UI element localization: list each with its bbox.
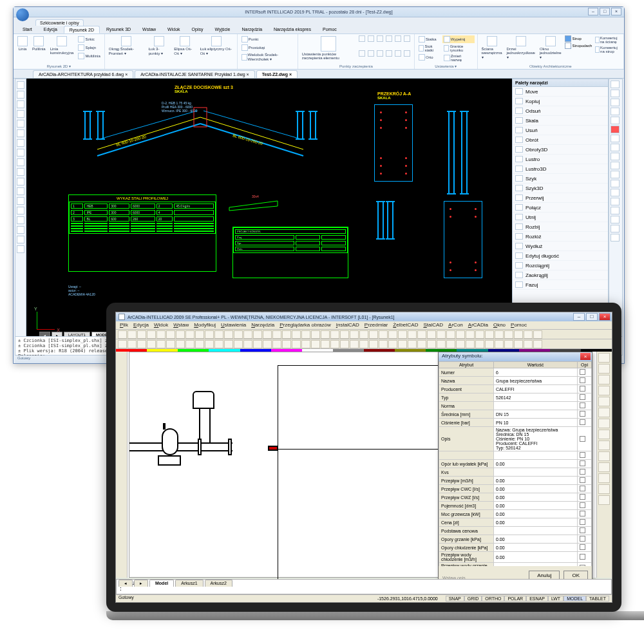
rectangle-button[interactable]: Prostokąt bbox=[240, 44, 295, 52]
toolbar-button[interactable] bbox=[456, 340, 465, 348]
palette-item[interactable]: Usuń bbox=[513, 126, 608, 135]
ribbon-tab[interactable]: Opisy bbox=[187, 26, 209, 33]
toolbar-button[interactable] bbox=[243, 330, 252, 339]
attribute-row[interactable]: Typ526142 bbox=[439, 393, 592, 402]
toolbar-button[interactable] bbox=[205, 340, 214, 348]
construction-line-button[interactable]: Linia konstrukcyjna bbox=[49, 35, 75, 63]
toolbar-button[interactable] bbox=[292, 330, 301, 339]
attribute-row[interactable]: Ciśnienie [bar]PN 10 bbox=[439, 419, 592, 427]
toolbar-button[interactable] bbox=[137, 330, 146, 339]
toolbar-button[interactable] bbox=[224, 330, 233, 339]
snap-settings-button[interactable]: Ustawienia punktów zaczepienia elementu bbox=[301, 35, 357, 64]
toolbar-button[interactable] bbox=[176, 340, 185, 348]
toolbar-button[interactable] bbox=[147, 330, 156, 339]
toolbar-button[interactable] bbox=[350, 330, 359, 339]
menu-item[interactable]: Modyfikuj bbox=[194, 322, 216, 328]
toolbar-button[interactable] bbox=[475, 340, 484, 348]
palette-item[interactable]: Wydłuż bbox=[513, 242, 608, 251]
tool-icon[interactable] bbox=[17, 81, 24, 89]
palette-item[interactable]: Lustro bbox=[513, 155, 608, 164]
palette-item[interactable]: Odsuń bbox=[513, 106, 608, 116]
toolbar-button[interactable] bbox=[340, 330, 349, 339]
menu-item[interactable]: Przeglądarka obrazów bbox=[279, 322, 331, 328]
attribute-row[interactable]: Opory grzanie [kPa]0.00 bbox=[439, 535, 592, 544]
toolbar-button[interactable] bbox=[398, 330, 407, 339]
menu-item[interactable]: Przedmiar bbox=[365, 322, 388, 328]
arc-button[interactable]: Łuk 3-punkty ▾ bbox=[147, 35, 171, 68]
toolbar-button[interactable] bbox=[524, 340, 533, 348]
ribbon-tab[interactable]: Pomoc bbox=[317, 26, 342, 33]
palette-item[interactable]: Move bbox=[513, 87, 608, 97]
ribbon-tab[interactable]: Rysunek 2D bbox=[64, 26, 100, 33]
status-toggle[interactable]: ORTHO bbox=[482, 596, 504, 601]
toolbar-button[interactable] bbox=[514, 340, 523, 348]
attribute-row[interactable]: Przepływ wody chłodzenie [m3/h]0.00 bbox=[439, 552, 592, 563]
toolbar-button[interactable] bbox=[330, 330, 339, 339]
menu-item[interactable]: ŻelbetCAD bbox=[393, 322, 418, 328]
status-toggle[interactable]: TABLET bbox=[586, 596, 609, 601]
toolbar-button[interactable] bbox=[137, 340, 146, 348]
menu-item[interactable]: Wstaw bbox=[173, 322, 189, 328]
toolbar-button[interactable] bbox=[369, 340, 378, 348]
arkusz2-tab[interactable]: Arkusz2 bbox=[205, 580, 232, 587]
minimize-button[interactable]: – bbox=[573, 313, 585, 321]
toolbar-button[interactable] bbox=[272, 340, 281, 348]
file-tab[interactable]: Test-Z2.dwg × bbox=[256, 70, 298, 78]
sketch-button[interactable]: Szkic bbox=[77, 35, 101, 43]
toolbar-button[interactable] bbox=[379, 330, 388, 339]
toolbar-button[interactable] bbox=[243, 340, 252, 348]
palette-item[interactable]: Lustro3D bbox=[513, 164, 608, 174]
elliptic-arc-button[interactable]: Łuk eliptyczny Oś-Oś ▾ bbox=[199, 35, 234, 68]
status-toggle[interactable]: GRID bbox=[464, 596, 482, 601]
minimize-button[interactable]: – bbox=[588, 8, 598, 15]
toolbar-button[interactable] bbox=[185, 340, 194, 348]
palette-item[interactable]: Szyk bbox=[513, 174, 608, 184]
toolbar-button[interactable] bbox=[301, 330, 310, 339]
ribbon-tab[interactable]: Wstaw bbox=[137, 26, 161, 33]
toolbar-button[interactable] bbox=[253, 330, 262, 339]
toolbar-button[interactable] bbox=[166, 340, 175, 348]
palette-item[interactable]: Rozłóż bbox=[513, 232, 608, 242]
attribute-row[interactable]: NazwaGrupa bezpieczeństwa bbox=[439, 377, 592, 385]
toolbar-button[interactable] bbox=[456, 330, 465, 339]
toolbar-button[interactable] bbox=[408, 330, 417, 339]
toolbar-button[interactable] bbox=[475, 330, 484, 339]
palette-item[interactable]: Kopiuj bbox=[513, 97, 608, 106]
toolbar-button[interactable] bbox=[485, 340, 494, 348]
palette-item[interactable]: Utnij bbox=[513, 213, 608, 222]
polygon-button[interactable]: Wielobok Środek-Wierzchołek ▾ bbox=[240, 52, 295, 62]
toolbar-button[interactable] bbox=[485, 330, 494, 339]
palette-item[interactable]: Obrót bbox=[513, 135, 608, 145]
ribbon-tab[interactable]: Narzędzia bbox=[237, 26, 268, 33]
toolbar-button[interactable] bbox=[282, 340, 291, 348]
attribute-row[interactable]: Numer6 bbox=[439, 368, 592, 377]
palette-item[interactable]: Zaokrąglij bbox=[513, 270, 608, 280]
attribute-row[interactable]: Średnica [mm]DN 15 bbox=[439, 410, 592, 419]
toolbar-button[interactable] bbox=[388, 340, 397, 348]
palette-item[interactable]: Połącz bbox=[513, 203, 608, 213]
close-button[interactable]: × bbox=[599, 313, 611, 321]
palette-item[interactable]: Przerwij bbox=[513, 193, 608, 203]
wall-button[interactable]: Ściana wewnętrzna ▾ bbox=[480, 35, 504, 64]
toolbar-button[interactable] bbox=[417, 340, 426, 348]
palette-item[interactable]: Edytuj długość bbox=[513, 251, 608, 261]
toolbar-button[interactable] bbox=[533, 330, 542, 339]
toolbar-button[interactable] bbox=[514, 330, 523, 339]
palette-item[interactable]: Rozciągnij bbox=[513, 261, 608, 270]
toolbar-button[interactable] bbox=[282, 330, 291, 339]
palette-item[interactable]: Rozbij bbox=[513, 222, 608, 232]
toolbar-button[interactable] bbox=[253, 340, 262, 348]
toolbar-button[interactable] bbox=[263, 330, 272, 339]
menu-item[interactable]: ArCon bbox=[448, 322, 463, 328]
attribute-row[interactable]: Norma bbox=[439, 402, 592, 410]
toolbar-button[interactable] bbox=[427, 330, 436, 339]
maximize-button[interactable]: □ bbox=[600, 8, 610, 15]
attribute-row[interactable]: Kvs bbox=[439, 468, 592, 477]
menu-item[interactable]: InstalCAD bbox=[336, 322, 359, 328]
toolbar-button[interactable] bbox=[350, 340, 359, 348]
toolbar-button[interactable] bbox=[504, 340, 513, 348]
file-tab[interactable]: ArCADia-ARCHITEKTURA przykład 6.dwg × bbox=[33, 70, 133, 78]
menu-item[interactable]: StalCAD bbox=[423, 322, 443, 328]
line-button[interactable]: Linia bbox=[16, 35, 29, 63]
menu-item[interactable]: Narzędzia bbox=[251, 322, 274, 328]
